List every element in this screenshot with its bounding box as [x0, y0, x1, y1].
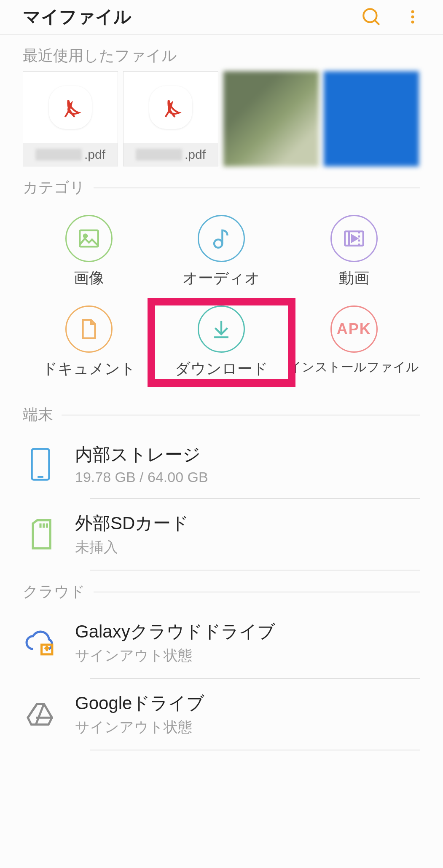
category-images[interactable]: 画像	[23, 215, 155, 289]
svg-point-4	[411, 21, 414, 24]
images-icon	[65, 215, 113, 262]
galaxy-cloud-title: Galaxyクラウドドライブ	[75, 620, 420, 643]
galaxy-cloud-sub: サインアウト状態	[75, 646, 420, 665]
svg-point-2	[411, 10, 414, 13]
google-drive-title: Googleドライブ	[75, 691, 420, 715]
google-drive-item[interactable]: Googleドライブ サインアウト状態	[23, 679, 420, 750]
internal-storage-sub: 19.78 GB / 64.00 GB	[75, 469, 420, 485]
category-documents[interactable]: ドキュメント	[23, 305, 155, 379]
recent-file-name: .pdf	[124, 143, 218, 166]
recent-file-pdf[interactable]: .pdf	[23, 71, 118, 166]
video-icon	[330, 215, 378, 262]
recent-file-image[interactable]	[223, 71, 319, 166]
cloud-section: クラウド	[0, 581, 443, 602]
more-button[interactable]	[398, 3, 427, 31]
svg-point-3	[411, 16, 414, 19]
more-vert-icon	[404, 8, 422, 26]
device-section: 端末	[0, 405, 443, 425]
svg-rect-13	[32, 449, 49, 480]
svg-rect-5	[80, 230, 98, 247]
google-drive-sub: サインアウト状態	[75, 718, 420, 737]
svg-line-1	[375, 20, 379, 24]
internal-storage-item[interactable]: 内部ストレージ 19.78 GB / 64.00 GB	[23, 430, 420, 498]
category-apk[interactable]: APK インストールファイル	[288, 305, 420, 379]
cloud-label: クラウド	[23, 581, 94, 602]
recent-files-row[interactable]: .pdf .pdf	[23, 71, 420, 166]
recent-section: 最近使用したファイル .pdf .pdf	[0, 46, 443, 166]
category-audio[interactable]: オーディオ	[155, 215, 287, 289]
apk-icon: APK	[330, 305, 378, 353]
download-icon	[198, 305, 245, 353]
phone-icon	[23, 447, 58, 482]
recent-file-image[interactable]	[324, 71, 419, 166]
category-video[interactable]: 動画	[288, 215, 420, 289]
svg-point-6	[84, 234, 87, 237]
pdf-app-icon	[49, 86, 92, 129]
audio-icon	[198, 215, 245, 262]
search-icon	[361, 6, 382, 27]
categories-section: カテゴリ 画像 オーディオ 動画 ドキュメント	[0, 177, 443, 379]
galaxy-cloud-item[interactable]: Galaxyクラウドドライブ サインアウト状態	[23, 607, 420, 678]
downloads-highlight: ダウンロード	[148, 298, 295, 387]
svg-point-0	[363, 9, 376, 22]
svg-point-7	[215, 239, 223, 247]
categories-label: カテゴリ	[23, 177, 94, 198]
recent-file-pdf[interactable]: .pdf	[123, 71, 218, 166]
sd-card-icon	[23, 519, 58, 549]
internal-storage-title: 内部ストレージ	[75, 443, 420, 466]
sd-card-title: 外部SDカード	[75, 512, 420, 535]
recent-label: 最近使用したファイル	[23, 46, 185, 66]
sd-card-item[interactable]: 外部SDカード 未挿入	[23, 499, 420, 570]
document-icon	[65, 305, 113, 353]
pdf-app-icon	[149, 86, 192, 129]
app-header: マイファイル	[0, 0, 443, 35]
cloud-upload-icon	[23, 630, 58, 656]
search-button[interactable]	[357, 3, 386, 31]
category-downloads[interactable]: ダウンロード	[155, 305, 287, 379]
sd-card-sub: 未挿入	[75, 538, 420, 557]
google-drive-icon	[23, 702, 58, 727]
page-title: マイファイル	[23, 5, 344, 29]
device-label: 端末	[23, 405, 62, 425]
recent-file-name: .pdf	[23, 143, 118, 166]
